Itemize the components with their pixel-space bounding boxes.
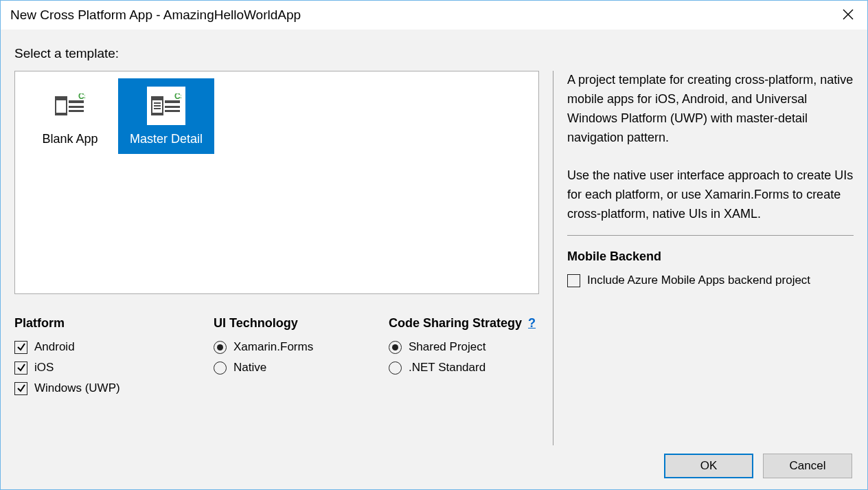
svg-rect-11 — [154, 105, 161, 107]
checkbox-icon — [14, 382, 27, 395]
radio-label: Xamarin.Forms — [233, 340, 313, 354]
checkbox-icon — [567, 274, 580, 287]
checkbox-label: Android — [34, 340, 75, 354]
checkbox-label: Windows (UWP) — [34, 381, 120, 395]
body-area: C# Blank App — [8, 71, 860, 445]
ok-button[interactable]: OK — [664, 454, 753, 478]
svg-rect-12 — [154, 108, 161, 109]
left-column: C# Blank App — [14, 71, 539, 445]
dialog-title: New Cross Platform App - AmazingHelloWor… — [10, 8, 301, 23]
right-column: A project template for creating cross-pl… — [553, 71, 854, 445]
master-detail-icon: C# — [147, 87, 185, 125]
options-area: Platform Android iOS — [14, 316, 539, 402]
divider — [567, 235, 854, 236]
client-area: Select a template: C# — [1, 30, 867, 489]
radio-icon — [389, 361, 402, 375]
platform-group: Platform Android iOS — [14, 316, 186, 402]
radio-icon — [214, 341, 227, 354]
platform-heading: Platform — [14, 316, 186, 331]
dialog-window: New Cross Platform App - AmazingHelloWor… — [0, 0, 868, 490]
svg-rect-6 — [69, 110, 84, 112]
close-icon — [843, 9, 854, 20]
checkbox-label: iOS — [34, 361, 54, 375]
cancel-button[interactable]: Cancel — [763, 454, 852, 478]
radio-native[interactable]: Native — [214, 361, 361, 375]
radio-net-standard[interactable]: .NET Standard — [389, 361, 536, 375]
template-blank-app[interactable]: C# Blank App — [22, 78, 118, 154]
blank-app-icon: C# — [51, 87, 89, 125]
backend-heading: Mobile Backend — [567, 249, 854, 264]
ui-tech-group: UI Technology Xamarin.Forms Native — [214, 316, 361, 402]
svg-rect-10 — [154, 102, 161, 104]
code-sharing-heading-text: Code Sharing Strategy — [389, 316, 522, 330]
svg-rect-15 — [165, 110, 180, 112]
svg-rect-3 — [56, 100, 66, 113]
radio-icon — [389, 341, 402, 354]
backend-group: Mobile Backend Include Azure Mobile Apps… — [567, 249, 854, 294]
code-sharing-group: Code Sharing Strategy ? Shared Project .… — [389, 316, 536, 402]
checkbox-icon — [14, 361, 27, 375]
radio-xamarin-forms[interactable]: Xamarin.Forms — [214, 340, 361, 354]
radio-label: Shared Project — [409, 340, 486, 354]
ui-tech-heading: UI Technology — [214, 316, 361, 331]
svg-rect-5 — [69, 106, 84, 108]
checkbox-android[interactable]: Android — [14, 340, 186, 354]
dialog-footer: OK Cancel — [8, 445, 860, 478]
template-description: A project template for creating cross-pl… — [567, 71, 854, 224]
radio-label: Native — [233, 361, 266, 375]
radio-icon — [214, 361, 227, 375]
svg-text:C#: C# — [174, 93, 181, 101]
template-master-detail[interactable]: C# Master Detail — [118, 78, 214, 154]
template-list: C# Blank App — [14, 71, 539, 294]
checkbox-azure-backend[interactable]: Include Azure Mobile Apps backend projec… — [567, 274, 854, 287]
template-label: Master Detail — [130, 132, 203, 146]
close-button[interactable] — [841, 8, 855, 21]
template-prompt: Select a template: — [8, 36, 860, 71]
radio-label: .NET Standard — [409, 361, 486, 375]
checkbox-windows-uwp[interactable]: Windows (UWP) — [14, 381, 186, 395]
titlebar: New Cross Platform App - AmazingHelloWor… — [1, 1, 867, 30]
checkbox-ios[interactable]: iOS — [14, 361, 186, 375]
checkbox-label: Include Azure Mobile Apps backend projec… — [587, 274, 810, 287]
svg-text:C#: C# — [78, 93, 85, 101]
code-sharing-heading: Code Sharing Strategy ? — [389, 316, 536, 331]
svg-rect-14 — [165, 106, 180, 108]
checkbox-icon — [14, 341, 27, 354]
radio-shared-project[interactable]: Shared Project — [389, 340, 536, 354]
code-sharing-help-link[interactable]: ? — [528, 316, 536, 330]
template-label: Blank App — [42, 132, 98, 146]
